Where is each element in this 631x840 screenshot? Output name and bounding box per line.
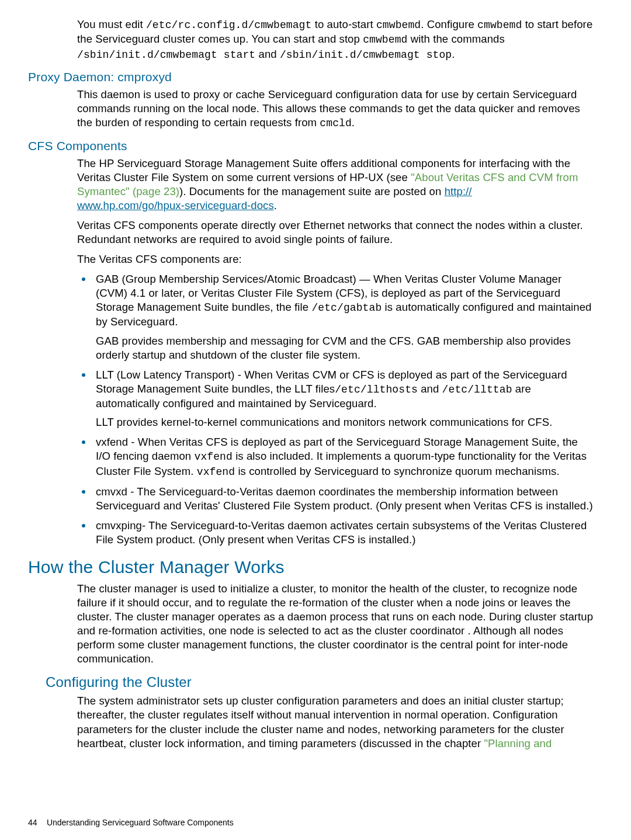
code: /sbin/init.d/cmwbemagt stop: [280, 49, 452, 61]
heading-how-cluster-manager-works: How the Cluster Manager Works: [28, 557, 595, 577]
cross-ref-link[interactable]: "Planning and: [484, 737, 552, 749]
text: and: [255, 48, 280, 60]
code: /etc/rc.config.d/cmwbemagt: [146, 19, 311, 31]
proxy-paragraph: This daemon is used to proxy or cache Se…: [77, 88, 595, 130]
code: /etc/llttab: [442, 384, 512, 395]
page-footer: 44 Understanding Serviceguard Software C…: [28, 818, 234, 827]
text: cmvxd - The Serviceguard-to-Veritas daem…: [96, 485, 593, 512]
code: cmwbemd: [376, 19, 421, 31]
code: vxfend: [195, 451, 233, 463]
text: with the commands: [407, 33, 504, 45]
text: cmvxping- The Serviceguard-to-Veritas da…: [96, 519, 587, 546]
how-paragraph: The cluster manager is used to initializ…: [77, 582, 595, 666]
cfs-p3: The Veritas CFS components are:: [77, 252, 595, 266]
text: .: [352, 116, 355, 129]
config-block: The system administrator sets up cluster…: [77, 694, 595, 750]
code: cmwbemd: [477, 19, 522, 31]
intro-block: You must edit /etc/rc.config.d/cmwbemagt…: [77, 18, 595, 62]
text: ). Documents for the management suite ar…: [179, 185, 445, 197]
heading-cfs-components: CFS Components: [28, 139, 595, 153]
code: cmcld: [320, 117, 352, 129]
text: . Configure: [421, 18, 477, 30]
footer-title: Understanding Serviceguard Software Comp…: [47, 818, 234, 827]
list-item: cmvxd - The Serviceguard-to-Veritas daem…: [77, 485, 595, 513]
page: You must edit /etc/rc.config.d/cmwbemagt…: [0, 0, 631, 840]
page-number: 44: [28, 818, 44, 827]
list-item: vxfend - When Veritas CFS is deployed as…: [77, 435, 595, 479]
text: and: [418, 383, 442, 395]
text: is controlled by Serviceguard to synchro…: [235, 465, 559, 477]
text: You must edit: [77, 18, 146, 30]
code: vxfend: [197, 466, 235, 478]
list-item: GAB (Group Membership Services/Atomic Br…: [77, 272, 595, 362]
text: .: [274, 199, 277, 211]
code: /etc/gabtab: [311, 302, 382, 314]
cfs-list: GAB (Group Membership Services/Atomic Br…: [77, 272, 595, 547]
link-text: www.hp.com/go/hpux-serviceguard-docs: [77, 199, 274, 211]
cfs-p1: The HP Serviceguard Storage Management S…: [77, 157, 595, 213]
intro-paragraph: You must edit /etc/rc.config.d/cmwbemagt…: [77, 18, 595, 62]
cfs-p2: Veritas CFS components operate directly …: [77, 218, 595, 247]
config-paragraph: The system administrator sets up cluster…: [77, 694, 595, 750]
link-text: http://: [445, 185, 472, 197]
sub-paragraph: GAB provides membership and messaging fo…: [96, 334, 595, 362]
text: to auto-start: [311, 18, 376, 30]
text: .: [452, 48, 455, 60]
code: cmwbemd: [363, 34, 407, 46]
heading-configuring-cluster: Configuring the Cluster: [46, 674, 595, 690]
code: /etc/llthosts: [335, 384, 418, 395]
list-item: LLT (Low Latency Transport) - When Verit…: [77, 368, 595, 430]
sub-paragraph: LLT provides kernel-to-kernel communicat…: [96, 415, 595, 429]
list-item: cmvxping- The Serviceguard-to-Veritas da…: [77, 519, 595, 547]
heading-proxy-daemon: Proxy Daemon: cmproxyd: [28, 70, 595, 84]
how-block: The cluster manager is used to initializ…: [77, 582, 595, 666]
code: /sbin/init.d/cmwbemagt start: [77, 49, 255, 61]
cfs-block: The HP Serviceguard Storage Management S…: [77, 157, 595, 547]
proxy-block: This daemon is used to proxy or cache Se…: [77, 88, 595, 130]
